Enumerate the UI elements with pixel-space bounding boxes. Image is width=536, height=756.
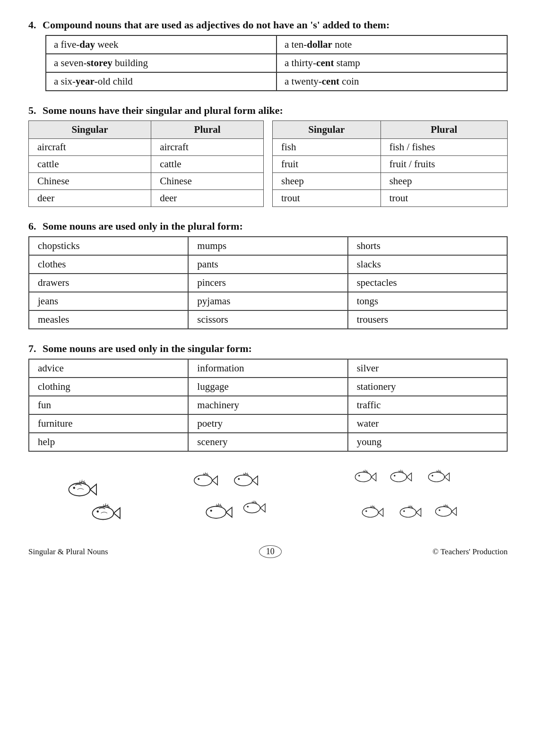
- svg-point-9: [234, 475, 252, 486]
- table-row: Chinese Chinese: [29, 173, 264, 190]
- example-cell-2b: a thirty-cent stamp: [277, 54, 507, 72]
- fish-svg-2: [190, 467, 285, 538]
- singular-word-water: water: [348, 414, 507, 433]
- fish-group-3: [351, 465, 474, 541]
- svg-point-21: [391, 472, 407, 481]
- plural-word-shorts: shorts: [348, 237, 507, 255]
- singular-sheep: sheep: [273, 173, 381, 190]
- singular-aircraft: aircraft: [29, 139, 151, 156]
- section-4-number: 4.: [28, 19, 43, 31]
- singular-fish: fish: [273, 139, 381, 156]
- singular-word-stationery: stationery: [348, 378, 507, 396]
- svg-point-26: [432, 475, 433, 476]
- sp-table-1-header-plural: Plural: [151, 121, 264, 139]
- plural-deer: deer: [151, 190, 264, 207]
- singular-deer: deer: [29, 190, 151, 207]
- section-6: 6. Some nouns are used only in the plura…: [28, 220, 508, 329]
- svg-point-5: [96, 510, 99, 513]
- svg-point-23: [394, 475, 396, 476]
- plural-word-pyjamas: pyjamas: [188, 292, 347, 310]
- footer-page-number: 10: [259, 545, 282, 558]
- svg-marker-1: [90, 484, 96, 495]
- singular-word-furniture: furniture: [29, 414, 188, 433]
- plural-word-jeans: jeans: [29, 292, 188, 310]
- section-6-words: chopsticks mumps shorts clothes pants sl…: [28, 236, 508, 329]
- section-5-title: Some nouns have their singular and plura…: [43, 104, 283, 117]
- example-cell-1b: a ten-dollar note: [277, 35, 507, 54]
- plural-word-pincers: pincers: [188, 274, 347, 292]
- section-5-tables: Singular Plural aircraft aircraft cattle…: [28, 120, 508, 207]
- svg-point-24: [429, 472, 445, 481]
- svg-marker-22: [407, 473, 412, 481]
- sp-table-2-header-singular: Singular: [273, 121, 381, 139]
- singular-word-fun: fun: [29, 396, 188, 414]
- singular-chinese: Chinese: [29, 173, 151, 190]
- sp-table-2-header-plural: Plural: [380, 121, 507, 139]
- svg-marker-10: [252, 476, 258, 485]
- plural-word-mumps: mumps: [188, 237, 347, 255]
- singular-word-scenery: scenery: [188, 433, 347, 451]
- plural-word-slacks: slacks: [348, 255, 507, 274]
- svg-point-8: [198, 478, 199, 480]
- plural-fish: fish / fishes: [380, 139, 507, 156]
- svg-point-20: [359, 475, 360, 476]
- example-cell-3b: a twenty-cent coin: [277, 72, 507, 91]
- plural-word-scissors: scissors: [188, 310, 347, 329]
- fish-group-2: [190, 467, 285, 538]
- svg-point-30: [400, 507, 416, 517]
- svg-point-12: [206, 507, 226, 518]
- svg-point-29: [366, 510, 367, 512]
- fish-svg-1: [62, 472, 123, 533]
- singular-word-luggage: luggage: [188, 378, 347, 396]
- plural-word-spectacles: spectacles: [348, 274, 507, 292]
- svg-point-35: [439, 509, 441, 511]
- singular-fruit: fruit: [273, 156, 381, 173]
- plural-word-chopsticks: chopsticks: [29, 237, 188, 255]
- plural-word-clothes: clothes: [29, 255, 188, 274]
- plural-word-drawers: drawers: [29, 274, 188, 292]
- svg-point-33: [436, 507, 452, 516]
- example-cell-1a: a five-day week: [46, 35, 277, 54]
- footer-left: Singular & Plural Nouns: [28, 547, 108, 557]
- svg-point-32: [404, 510, 405, 512]
- fish-group-1: [62, 472, 123, 533]
- table-row: deer deer: [29, 190, 264, 207]
- singular-cattle: cattle: [29, 156, 151, 173]
- sp-table-1: Singular Plural aircraft aircraft cattle…: [28, 120, 264, 207]
- singular-word-advice: advice: [29, 359, 188, 378]
- plural-chinese: Chinese: [151, 173, 264, 190]
- singular-word-young: young: [348, 433, 507, 451]
- sp-table-2: Singular Plural fish fish / fishes fruit…: [272, 120, 508, 207]
- singular-word-traffic: traffic: [348, 396, 507, 414]
- sp-table-1-header-singular: Singular: [29, 121, 151, 139]
- singular-word-machinery: machinery: [188, 396, 347, 414]
- plural-word-measles: measles: [29, 310, 188, 329]
- singular-word-poetry: poetry: [188, 414, 347, 433]
- plural-sheep: sheep: [380, 173, 507, 190]
- singular-word-clothing: clothing: [29, 378, 188, 396]
- singular-word-information: information: [188, 359, 347, 378]
- plural-fruit: fruit / fruits: [380, 156, 507, 173]
- plural-word-trousers: trousers: [348, 310, 507, 329]
- section-4-examples: a five-day week a ten-dollar note a seve…: [45, 35, 508, 91]
- svg-marker-4: [113, 508, 120, 519]
- section-7-number: 7.: [28, 343, 43, 355]
- svg-point-2: [73, 487, 75, 489]
- table-row: fruit fruit / fruits: [273, 156, 508, 173]
- section-7-title: Some nouns are used only in the singular…: [43, 343, 252, 355]
- svg-point-17: [247, 506, 249, 507]
- svg-point-18: [355, 472, 372, 481]
- example-cell-3a: a six-year-old child: [46, 72, 277, 91]
- section-6-number: 6.: [28, 220, 43, 232]
- table-row: trout trout: [273, 190, 508, 207]
- table-row: aircraft aircraft: [29, 139, 264, 156]
- section-5-number: 5.: [28, 104, 43, 117]
- svg-marker-25: [445, 473, 450, 481]
- svg-point-3: [92, 507, 113, 520]
- example-cell-2a: a seven-storey building: [46, 54, 277, 72]
- svg-point-11: [238, 478, 240, 480]
- table-row: fish fish / fishes: [273, 139, 508, 156]
- fish-svg-3: [351, 465, 474, 541]
- table-row: sheep sheep: [273, 173, 508, 190]
- svg-point-15: [243, 503, 260, 513]
